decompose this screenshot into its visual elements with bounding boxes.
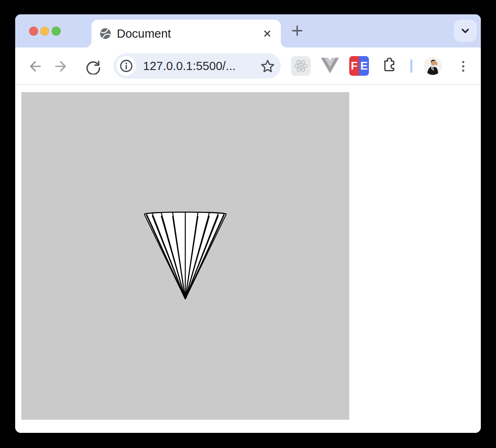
person-suit-icon bbox=[424, 57, 442, 75]
fe-extension[interactable]: F E bbox=[349, 56, 369, 76]
back-button[interactable] bbox=[25, 58, 42, 75]
browser-menu-button[interactable] bbox=[455, 58, 471, 75]
star-icon bbox=[259, 58, 276, 74]
info-icon bbox=[118, 58, 134, 74]
fe-right-letter: E bbox=[359, 56, 369, 76]
fe-left-letter: F bbox=[349, 56, 359, 76]
tab-close-button[interactable] bbox=[260, 27, 274, 41]
vue-icon bbox=[321, 58, 339, 74]
globe-icon bbox=[100, 28, 111, 39]
page-content bbox=[15, 85, 481, 433]
tab-strip: Document bbox=[15, 14, 481, 48]
arrow-right-icon bbox=[54, 58, 71, 75]
webgl-canvas bbox=[21, 92, 349, 420]
traffic-light-minimize[interactable] bbox=[40, 27, 49, 36]
tab-title: Document bbox=[117, 27, 260, 41]
reload-button[interactable] bbox=[84, 58, 100, 75]
url-text[interactable]: 127.0.0.1:5500/... bbox=[143, 59, 259, 73]
vue-devtools-extension[interactable] bbox=[321, 58, 339, 74]
chevron-down-icon bbox=[459, 25, 471, 37]
arrow-left-icon bbox=[25, 58, 42, 75]
react-devtools-extension[interactable] bbox=[291, 56, 311, 76]
tab-document[interactable]: Document bbox=[91, 20, 281, 48]
new-tab-button[interactable] bbox=[288, 22, 306, 40]
traffic-light-close[interactable] bbox=[29, 27, 38, 36]
traffic-light-zoom[interactable] bbox=[52, 27, 61, 36]
plus-icon bbox=[290, 23, 305, 38]
profile-avatar[interactable] bbox=[424, 57, 442, 75]
three-dots-icon bbox=[455, 58, 471, 75]
toolbar: 127.0.0.1:5500/... bbox=[15, 48, 481, 85]
close-icon bbox=[261, 27, 273, 40]
toolbar-divider bbox=[410, 59, 412, 73]
browser-window: Document bbox=[15, 14, 481, 433]
extensions-menu-button[interactable] bbox=[381, 58, 398, 74]
site-info-button[interactable] bbox=[116, 56, 136, 76]
puzzle-icon bbox=[381, 58, 398, 74]
reload-icon bbox=[84, 58, 100, 75]
bookmark-button[interactable] bbox=[259, 58, 276, 74]
forward-button[interactable] bbox=[54, 58, 71, 75]
address-bar[interactable]: 127.0.0.1:5500/... bbox=[114, 53, 281, 79]
cone-wireframe bbox=[21, 92, 349, 420]
desktop-background: Document bbox=[0, 0, 496, 448]
atom-icon bbox=[293, 58, 309, 74]
tab-search-button[interactable] bbox=[454, 20, 477, 42]
